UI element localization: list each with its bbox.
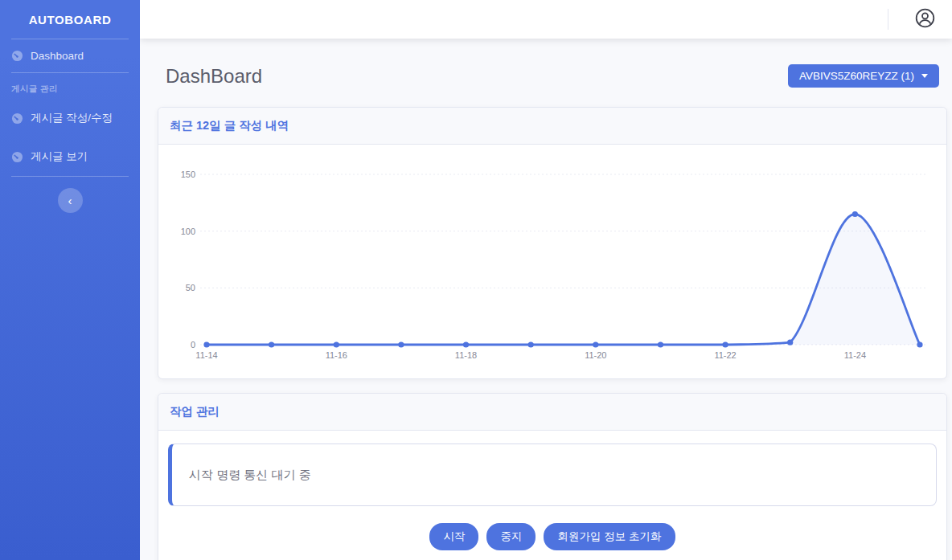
account-dropdown-label: AVBIVS5Z60REYZZ (1) [799,70,914,82]
job-status-message: 시작 명령 통신 대기 중 [189,468,311,483]
data-point [203,341,209,347]
data-point [334,341,339,347]
data-point [593,341,598,347]
caret-down-icon [921,74,928,78]
x-tick-label: 11-16 [326,350,347,360]
data-point [528,341,534,347]
sidebar: AUTOBOARD Dashboard 게시글 관리 게시 [0,0,140,560]
chart-area-fill [207,214,920,345]
job-management-card: 작업 관리 시작 명령 통신 대기 중 시작 중지 회원가입 정보 초기화 [158,393,947,560]
y-tick-label: 50 [186,283,195,292]
chart-card-title: 최근 12일 글 작성 내역 [158,108,946,145]
data-point [398,341,404,347]
job-card-body: 시작 명령 통신 대기 중 시작 중지 회원가입 정보 초기화 [158,431,946,560]
data-point [852,211,858,217]
data-point [269,341,274,347]
sidebar-item-post-edit[interactable]: 게시글 작성/수정 [0,99,140,137]
sidebar-item-label: 게시글 보기 [31,149,88,164]
x-tick-label: 11-18 [455,350,477,360]
sidebar-collapse-button[interactable]: ‹ [58,188,83,213]
x-tick-label: 11-20 [585,350,606,360]
reset-signup-info-button[interactable]: 회원가입 정보 초기화 [544,523,675,550]
sidebar-section-heading: 게시글 관리 [0,73,140,99]
page-content: DashBoard AVBIVS5Z60REYZZ (1) 최근 12일 글 작… [140,39,952,560]
x-tick-label: 11-24 [844,350,866,360]
gauge-icon [11,112,23,125]
topbar [140,0,952,39]
user-circle-icon [914,7,936,31]
job-card-title: 작업 관리 [158,394,946,431]
sidebar-item-post-view[interactable]: 게시글 보기 [0,137,140,176]
account-dropdown-button[interactable]: AVBIVS5Z60REYZZ (1) [788,64,939,88]
job-status-box: 시작 명령 통신 대기 중 [168,444,937,506]
main-area: DashBoard AVBIVS5Z60REYZZ (1) 최근 12일 글 작… [140,0,952,560]
data-point [723,341,728,347]
data-point [658,341,663,347]
recent-posts-chart-card: 최근 12일 글 작성 내역 05010015011-1411-1611-181… [158,107,947,379]
start-button[interactable]: 시작 [429,523,478,550]
user-menu-button[interactable] [906,7,944,31]
gauge-icon [11,151,23,163]
sidebar-toggle-area: ‹ [0,188,140,213]
chart-card-body: 05010015011-1411-1611-1811-2011-2211-24 [158,145,946,378]
line-chart: 05010015011-1411-1611-1811-2011-2211-24 [158,145,946,378]
sidebar-item-label: Dashboard [31,50,84,62]
sidebar-item-label: 게시글 작성/수정 [31,111,113,125]
job-actions: 시작 중지 회원가입 정보 초기화 [168,523,937,550]
stop-button[interactable]: 중지 [486,523,536,550]
y-tick-label: 100 [181,227,195,236]
x-tick-label: 11-14 [195,350,217,360]
data-point [463,341,469,347]
y-tick-label: 0 [191,340,195,349]
sidebar-item-dashboard[interactable]: Dashboard [0,39,140,72]
chevron-left-icon: ‹ [68,194,72,207]
gauge-icon [11,50,23,62]
sidebar-divider [11,176,129,177]
brand-logo[interactable]: AUTOBOARD [0,0,140,39]
topbar-divider [888,9,888,30]
autoboard-app: AUTOBOARD Dashboard 게시글 관리 게시 [0,0,952,560]
y-tick-label: 150 [181,170,195,179]
page-title: DashBoard [166,65,262,88]
data-point [787,340,793,345]
page-header: DashBoard AVBIVS5Z60REYZZ (1) [166,64,939,88]
data-point [917,341,922,347]
x-tick-label: 11-22 [714,350,736,360]
